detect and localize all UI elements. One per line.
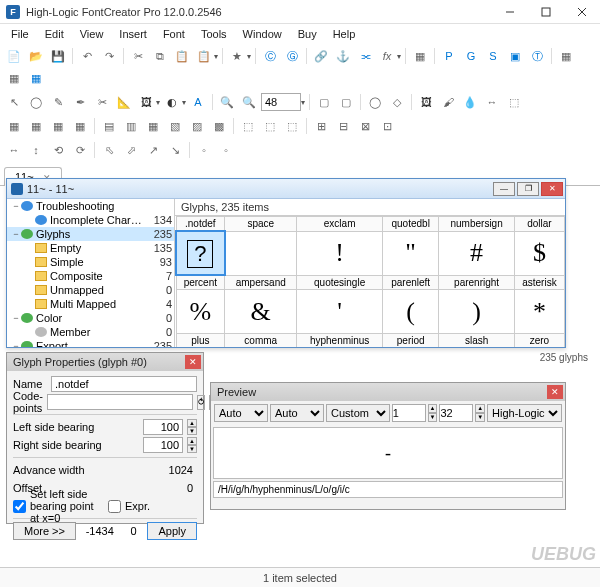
menu-help[interactable]: Help (326, 26, 363, 42)
tree-row[interactable]: −Export235 (7, 339, 174, 347)
menu-font[interactable]: Font (156, 26, 192, 42)
save-icon[interactable]: 💾 (48, 46, 68, 66)
close-button[interactable] (564, 0, 600, 24)
g4-icon[interactable]: ▦ (70, 116, 90, 136)
t9-icon[interactable]: ◦ (194, 140, 214, 160)
g11-icon[interactable]: ⬚ (238, 116, 258, 136)
preview-num1[interactable] (392, 404, 426, 422)
t3-icon[interactable]: ⟲ (48, 140, 68, 160)
zoom-dropdown[interactable]: ▾ (301, 98, 305, 107)
preview-sel3[interactable]: Custom (326, 404, 390, 422)
grid-b-icon[interactable]: ▦ (556, 46, 576, 66)
minimize-button[interactable] (492, 0, 528, 24)
t2-icon[interactable]: ↕ (26, 140, 46, 160)
lsb-input[interactable] (143, 419, 183, 435)
lsb-stepper[interactable]: ▲▼ (187, 419, 197, 435)
g10-icon[interactable]: ▩ (209, 116, 229, 136)
preview-sel1[interactable]: Auto (214, 404, 268, 422)
link-icon[interactable]: 🔗 (311, 46, 331, 66)
menu-file[interactable]: File (4, 26, 36, 42)
measure-icon[interactable]: 📐 (114, 92, 134, 112)
tree-row[interactable]: Multi Mapped4 (7, 297, 174, 311)
tree-row[interactable]: −Color0 (7, 311, 174, 325)
menu-edit[interactable]: Edit (38, 26, 71, 42)
child-close-button[interactable]: ✕ (541, 182, 563, 196)
menu-buy[interactable]: Buy (291, 26, 324, 42)
shape2-icon[interactable]: ◇ (387, 92, 407, 112)
glyph-cell[interactable]: & (225, 290, 297, 334)
glyph-cell[interactable] (225, 231, 297, 275)
spacer-icon[interactable]: ↔ (482, 92, 502, 112)
g12-icon[interactable]: ⬚ (260, 116, 280, 136)
g15-icon[interactable]: ⊟ (333, 116, 353, 136)
t7-icon[interactable]: ↗ (143, 140, 163, 160)
tree-row[interactable]: −Troubleshooting (7, 199, 174, 213)
t4-icon[interactable]: ⟳ (70, 140, 90, 160)
text-g-icon[interactable]: Ⓖ (282, 46, 302, 66)
category-tree[interactable]: −TroubleshootingIncomplete Char…134−Glyp… (7, 199, 175, 347)
t1-icon[interactable]: ↔ (4, 140, 24, 160)
g2-icon[interactable]: ▦ (26, 116, 46, 136)
glyph-cell[interactable]: ' (297, 290, 383, 334)
tree-row[interactable]: Member0 (7, 325, 174, 339)
glyph-cell[interactable]: ) (439, 290, 514, 334)
props-close-button[interactable]: ✕ (185, 355, 201, 369)
brush-icon[interactable]: 🖌 (438, 92, 458, 112)
g5-icon[interactable]: ▤ (99, 116, 119, 136)
child-minimize-button[interactable]: — (493, 182, 515, 196)
p-icon[interactable]: P (439, 46, 459, 66)
zoom-in-icon[interactable]: 🔍 (217, 92, 237, 112)
maximize-button[interactable] (528, 0, 564, 24)
star-icon[interactable]: ★ (227, 46, 247, 66)
cut-icon[interactable]: ✂ (128, 46, 148, 66)
g1-icon[interactable]: ▦ (4, 116, 24, 136)
glyph-cell[interactable]: " (382, 231, 438, 275)
align1-icon[interactable]: ▢ (314, 92, 334, 112)
undo-icon[interactable]: ↶ (77, 46, 97, 66)
codepoint-tool1-icon[interactable]: ⥀ (197, 395, 205, 410)
open-icon[interactable]: 📂 (26, 46, 46, 66)
chain-icon[interactable]: ⫘ (355, 46, 375, 66)
glyph-cell[interactable]: $ (514, 231, 564, 275)
t-icon[interactable]: Ⓣ (527, 46, 547, 66)
setlsb-checkbox[interactable] (13, 500, 26, 513)
rsb-input[interactable] (143, 437, 183, 453)
t10-icon[interactable]: ◦ (216, 140, 236, 160)
glyph-cell[interactable]: ( (382, 290, 438, 334)
t5-icon[interactable]: ⬁ (99, 140, 119, 160)
glyph-cell[interactable]: ? (176, 231, 225, 275)
preview-num2[interactable] (439, 404, 473, 422)
zoom-out-icon[interactable]: 🔍 (239, 92, 259, 112)
tree-row[interactable]: Incomplete Char…134 (7, 213, 174, 227)
name-input[interactable] (51, 376, 197, 392)
tree-row[interactable]: Empty135 (7, 241, 174, 255)
t-box-icon[interactable]: ▣ (505, 46, 525, 66)
redo-icon[interactable]: ↷ (99, 46, 119, 66)
child-maximize-button[interactable]: ❐ (517, 182, 539, 196)
text-A-icon[interactable]: A (188, 92, 208, 112)
paste-special-icon[interactable]: 📋 (194, 46, 214, 66)
grid-d-icon[interactable]: ▦ (26, 68, 46, 88)
glyph-grid[interactable]: .notdefspaceexclamquotedblnumbersigndoll… (175, 215, 565, 347)
glyph-cell[interactable]: * (514, 290, 564, 334)
g3-icon[interactable]: ▦ (48, 116, 68, 136)
tree-row[interactable]: Composite7 (7, 269, 174, 283)
lasso-icon[interactable]: ◯ (26, 92, 46, 112)
g7-icon[interactable]: ▦ (143, 116, 163, 136)
contrast-icon[interactable]: ◐ (162, 92, 182, 112)
grid-a-icon[interactable]: ▦ (410, 46, 430, 66)
pen-icon[interactable]: ✒ (70, 92, 90, 112)
fx-icon[interactable]: fx (377, 46, 397, 66)
grid-c-icon[interactable]: ▦ (4, 68, 24, 88)
tree-row[interactable]: Simple93 (7, 255, 174, 269)
g13-icon[interactable]: ⬚ (282, 116, 302, 136)
menu-view[interactable]: View (73, 26, 111, 42)
misc-icon[interactable]: ⬚ (504, 92, 524, 112)
g17-icon[interactable]: ⊡ (377, 116, 397, 136)
preview-font-select[interactable]: High-Logic (487, 404, 562, 422)
tree-row[interactable]: Unmapped0 (7, 283, 174, 297)
new-icon[interactable]: 📄 (4, 46, 24, 66)
glyph-cell[interactable]: ! (297, 231, 383, 275)
menu-insert[interactable]: Insert (112, 26, 154, 42)
g8-icon[interactable]: ▧ (165, 116, 185, 136)
